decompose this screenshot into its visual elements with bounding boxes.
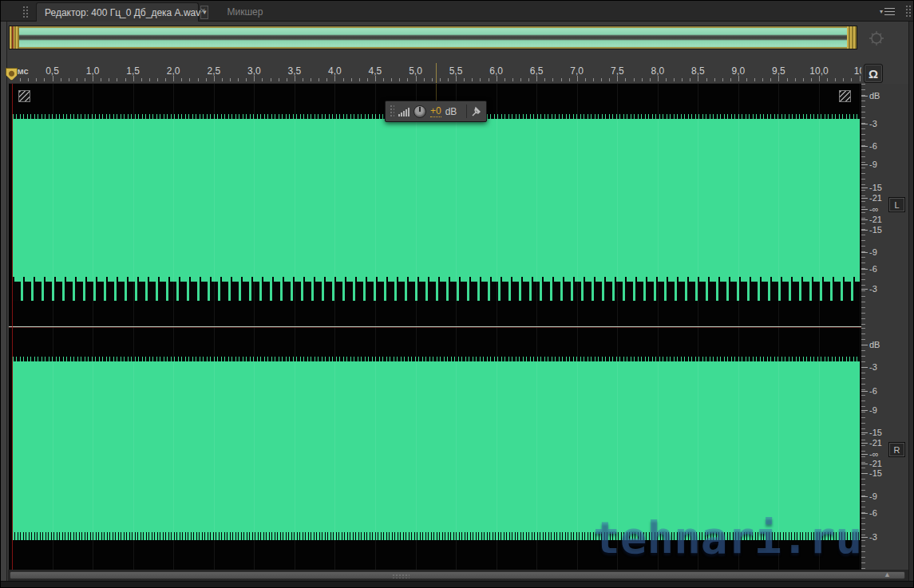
magnet-icon: Ω	[868, 67, 878, 81]
db-label: -21	[869, 193, 882, 203]
ruler-tick	[198, 78, 199, 81]
panel-menu-button[interactable]: ▾	[880, 6, 900, 17]
ruler-tick	[407, 78, 408, 81]
db-label: -3	[869, 532, 877, 542]
ruler-label: 9,0	[732, 65, 746, 77]
channel-button-right[interactable]: R	[888, 442, 905, 457]
db-label: -6	[869, 386, 877, 396]
db-label: -21	[869, 215, 882, 224]
ruler-tick	[860, 76, 861, 81]
ruler-tick	[658, 76, 659, 81]
scroll-up-arrow-icon[interactable]: ▲	[884, 570, 891, 578]
ruler-tick	[28, 78, 29, 81]
ruler-tick	[714, 78, 715, 81]
zoom-navigator[interactable]	[9, 26, 857, 49]
ruler-tick	[262, 78, 263, 81]
volume-knob[interactable]	[413, 105, 426, 118]
navigator-right-handle[interactable]	[847, 26, 857, 49]
ruler-tick	[738, 76, 739, 81]
level-bars-icon	[398, 107, 410, 116]
ruler-tick	[20, 78, 21, 81]
ruler-tick	[504, 78, 505, 81]
db-label: -15	[869, 468, 882, 478]
watermark: tehnari.ru	[593, 515, 862, 561]
pin-icon[interactable]	[471, 106, 482, 117]
ruler-tick	[706, 78, 707, 81]
db-tick	[861, 391, 868, 392]
ruler-tick	[795, 78, 796, 81]
ruler-tick	[827, 78, 828, 81]
waveform-display[interactable]	[9, 84, 861, 570]
ruler-tick	[44, 78, 45, 81]
ruler-label: 8,5	[691, 65, 705, 77]
ruler-tick	[722, 78, 723, 81]
panel-grip-icon[interactable]	[905, 5, 912, 18]
panel-right-edge	[908, 22, 914, 588]
db-label: -9	[869, 247, 877, 257]
volume-unit-label: dB	[445, 106, 457, 117]
db-tick	[861, 513, 868, 514]
ruler-tick	[746, 78, 747, 81]
playhead-line-red	[12, 84, 13, 570]
db-tick	[861, 443, 868, 444]
ruler-label: 3,5	[287, 65, 301, 77]
ruler-label: 3,0	[247, 65, 261, 77]
ruler-tick	[520, 78, 521, 81]
ruler-label: 5,0	[409, 65, 422, 77]
ruler-tick	[141, 78, 142, 81]
ruler-tick	[617, 76, 618, 81]
db-label: -21	[869, 459, 882, 468]
db-scale-column[interactable]: dB-3-6-9-15-21-∞-21-15-9-6-3 dB-3-6-9-15…	[861, 84, 908, 570]
waveform-comb-edge	[13, 282, 860, 301]
ruler-tick	[246, 78, 247, 81]
db-tick	[861, 198, 868, 199]
db-label: -3	[869, 119, 877, 128]
volume-hud[interactable]: +0 dB	[385, 101, 487, 122]
db-tick	[861, 219, 868, 220]
ruler-label: 6,5	[530, 65, 544, 77]
ruler-tick	[222, 78, 223, 81]
tab-mixer[interactable]: Микшер	[210, 2, 280, 22]
ruler-tick	[440, 78, 441, 81]
volume-value[interactable]: +0	[430, 105, 441, 117]
tab-editor[interactable]: Редактор: 400 Гц_0 Дб_дека A.wav ▼	[36, 2, 199, 22]
db-label: -6	[869, 141, 877, 151]
tab-editor-label: Редактор: 400 Гц_0 Дб_дека A.wav	[37, 7, 200, 18]
db-tick	[861, 252, 868, 253]
channel-button-left[interactable]: L	[888, 197, 905, 212]
ruler-tick	[303, 78, 303, 81]
ruler-tick	[279, 78, 279, 81]
db-tick	[861, 289, 868, 290]
ruler-tick	[181, 78, 182, 81]
db-label: -9	[869, 405, 877, 415]
db-tick-marks	[861, 84, 865, 326]
ruler-tick	[271, 78, 271, 81]
scrollbar-grip-icon[interactable]	[392, 574, 410, 578]
ruler-tick	[569, 78, 570, 81]
horizontal-scrollbar-thumb[interactable]	[10, 571, 905, 579]
time-ruler[interactable]: чмс 0,51,01,52,02,53,03,54,04,55,05,56,0…	[9, 63, 861, 84]
ruler-tick	[238, 78, 239, 81]
horizontal-scrollbar-track[interactable]	[8, 570, 908, 581]
db-tick	[861, 187, 868, 188]
ruler-tick	[326, 78, 327, 81]
hud-grip-icon[interactable]	[390, 105, 394, 118]
ruler-tick	[561, 78, 562, 81]
ruler-label: 7,5	[611, 65, 624, 77]
db-tick	[861, 454, 868, 455]
ruler-label: 8,0	[651, 65, 664, 77]
navigator-left-handle[interactable]	[10, 26, 19, 49]
selection-corner-icon[interactable]	[18, 90, 30, 102]
ruler-tick	[544, 78, 545, 81]
ruler-tick	[334, 76, 335, 81]
channel-divider-shadow	[9, 327, 861, 328]
ruler-tick	[577, 76, 578, 81]
panel-grip-icon[interactable]	[22, 6, 30, 18]
selection-corner-icon[interactable]	[839, 90, 851, 102]
chevron-down-icon: ▾	[880, 8, 883, 15]
tab-close-button[interactable]: ×	[200, 6, 205, 15]
ruler-tick	[803, 78, 804, 81]
ruler-tick	[480, 78, 481, 81]
snap-toggle-button[interactable]: Ω	[864, 64, 883, 83]
ruler-tick	[497, 76, 497, 81]
